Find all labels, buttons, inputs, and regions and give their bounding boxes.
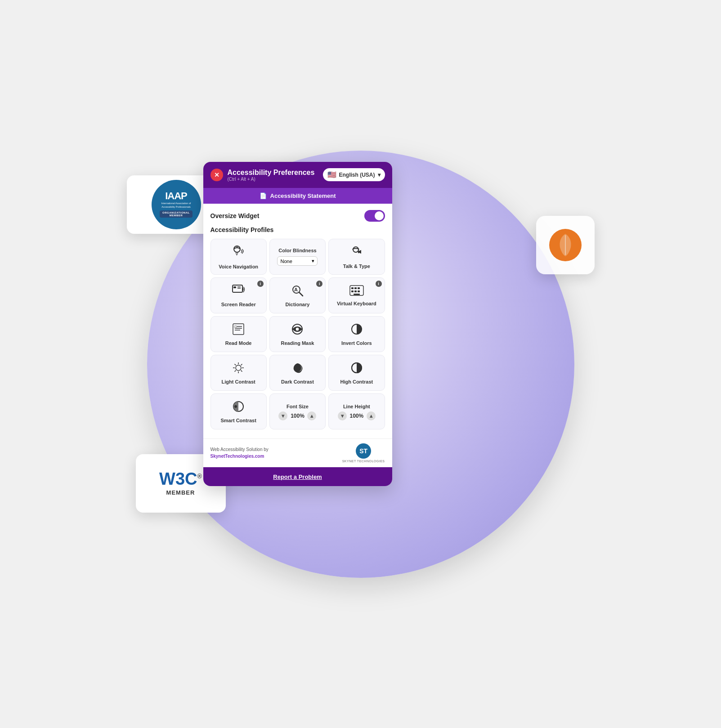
light-contrast-cell[interactable]: Light Contrast <box>210 355 267 391</box>
features-row-2: i Screen Reader i <box>210 277 385 313</box>
svg-line-34 <box>235 364 236 365</box>
line-height-cell[interactable]: Line Height ▾ 100% ▴ <box>328 393 385 429</box>
color-blindness-cell[interactable]: Color Blindness None ▾ <box>269 239 326 275</box>
voice-navigation-cell[interactable]: 🎙 Voice Navigation <box>210 239 267 275</box>
flag-icon: 🇺🇸 <box>327 170 336 179</box>
virtual-keyboard-info[interactable]: i <box>376 281 382 287</box>
font-size-label: Font Size <box>287 403 309 410</box>
svg-line-36 <box>241 364 242 365</box>
panel-title: Accessibility Preferences <box>228 168 315 177</box>
svg-rect-25 <box>234 326 237 328</box>
oversize-widget-row: Oversize Widget <box>210 210 385 222</box>
svg-rect-20 <box>354 294 360 295</box>
svg-rect-7 <box>233 286 236 288</box>
color-blindness-label: Color Blindness <box>278 247 316 254</box>
talk-type-label: Talk & Type <box>343 263 370 269</box>
reading-mask-cell[interactable]: Reading Mask <box>269 316 326 352</box>
svg-point-29 <box>236 365 241 371</box>
line-height-value: 100% <box>349 413 365 419</box>
svg-rect-18 <box>354 290 357 292</box>
lang-label: English (USA) <box>339 172 375 178</box>
svg-text:🎙: 🎙 <box>235 251 239 256</box>
svg-rect-14 <box>351 287 354 289</box>
dictionary-label: Dictionary <box>286 301 310 308</box>
report-problem-label: Report a Problem <box>273 473 322 480</box>
profiles-top-row: 🎙 Voice Navigation Color Blindness None … <box>210 239 385 275</box>
panel-header: ✕ Accessibility Preferences (Ctrl + Alt … <box>203 162 392 188</box>
screen-reader-info[interactable]: i <box>257 281 264 287</box>
high-contrast-icon <box>350 362 363 376</box>
high-contrast-cell[interactable]: High Contrast <box>328 355 385 391</box>
statement-icon: 📄 <box>260 192 267 199</box>
reading-mask-icon <box>291 323 304 337</box>
st-logo: ST <box>356 443 371 459</box>
smart-contrast-cell[interactable]: Smart Contrast <box>210 393 267 429</box>
screen-reader-icon <box>232 284 245 299</box>
talk-type-cell[interactable]: Talk & Type <box>328 239 385 275</box>
oversize-widget-toggle[interactable] <box>364 210 385 222</box>
invert-colors-icon <box>350 323 363 337</box>
high-contrast-label: High Contrast <box>340 379 373 385</box>
screen-reader-cell[interactable]: i Screen Reader <box>210 277 267 313</box>
footer-link[interactable]: SkynetTechnologies.com <box>210 454 264 459</box>
accessibility-statement-bar[interactable]: 📄 Accessibility Statement <box>203 188 392 204</box>
panel-footer: Web Accessibility Solution by SkynetTech… <box>203 438 392 467</box>
line-height-label: Line Height <box>343 403 370 410</box>
read-mode-label: Read Mode <box>225 340 252 346</box>
read-mode-icon <box>232 323 245 337</box>
line-height-stepper: ▾ 100% ▴ <box>338 411 376 420</box>
color-blindness-value: None <box>280 259 292 264</box>
invert-colors-cell[interactable]: Invert Colors <box>328 316 385 352</box>
line-height-down-button[interactable]: ▾ <box>338 411 347 420</box>
light-contrast-icon <box>232 362 245 376</box>
read-mode-cell[interactable]: Read Mode <box>210 316 267 352</box>
panel-header-left: ✕ Accessibility Preferences (Ctrl + Alt … <box>210 168 315 182</box>
w3c-logo: W3C® <box>159 470 202 487</box>
dictionary-info[interactable]: i <box>316 281 322 287</box>
profiles-label: Accessibility Profiles <box>210 226 385 233</box>
scene: IAAP International Association of Access… <box>113 117 608 612</box>
svg-text:A: A <box>294 287 298 292</box>
svg-point-4 <box>353 247 358 252</box>
report-problem-bar[interactable]: Report a Problem <box>203 467 392 486</box>
font-size-up-button[interactable]: ▴ <box>307 411 316 420</box>
font-size-down-button[interactable]: ▾ <box>278 411 287 420</box>
close-button[interactable]: ✕ <box>210 169 223 181</box>
svg-line-11 <box>299 292 303 296</box>
svg-rect-15 <box>354 287 357 289</box>
toggle-knob <box>375 211 384 220</box>
iaap-title: IAAP <box>165 191 187 201</box>
footer-logo-block: ST SKYNET TECHNOLOGIES <box>342 443 385 463</box>
voice-navigation-label: Voice Navigation <box>219 264 258 270</box>
talk-type-icon <box>350 245 363 260</box>
light-contrast-label: Light Contrast <box>222 379 255 385</box>
dark-contrast-label: Dark Contrast <box>281 379 314 385</box>
virtual-keyboard-cell[interactable]: i Virtual Keyboard <box>328 277 385 313</box>
svg-rect-19 <box>358 290 360 292</box>
footer-credit: Web Accessibility Solution by SkynetTech… <box>210 446 269 460</box>
features-row-4: Light Contrast Dark Contrast <box>210 355 385 391</box>
svg-point-27 <box>296 327 299 331</box>
iaap-subtitle: International Association of Accessibili… <box>155 202 197 208</box>
svg-rect-6 <box>233 285 242 292</box>
dictionary-cell[interactable]: i A Dictionary <box>269 277 326 313</box>
svg-point-41 <box>234 405 237 408</box>
color-blindness-select[interactable]: None ▾ <box>277 256 318 266</box>
features-row-3: Read Mode Reading Mask <box>210 316 385 352</box>
st-logo-sub: SKYNET TECHNOLOGIES <box>342 460 385 463</box>
iaap-badge: IAAP International Association of Access… <box>152 180 201 229</box>
line-height-up-button[interactable]: ▴ <box>367 411 376 420</box>
features-row-5: Smart Contrast Font Size ▾ 100% ▴ Line H… <box>210 393 385 429</box>
language-selector[interactable]: 🇺🇸 English (USA) ▾ <box>323 168 385 181</box>
panel-shortcut: (Ctrl + Alt + A) <box>228 177 315 182</box>
leaf-card <box>536 216 595 274</box>
footer-text-line1: Web Accessibility Solution by <box>210 446 269 453</box>
svg-line-37 <box>235 370 236 371</box>
color-blindness-chevron: ▾ <box>312 258 314 264</box>
dark-contrast-icon <box>291 362 304 376</box>
smart-contrast-label: Smart Contrast <box>220 417 256 424</box>
dark-contrast-cell[interactable]: Dark Contrast <box>269 355 326 391</box>
screen-reader-label: Screen Reader <box>221 301 256 308</box>
panel-body: Oversize Widget Accessibility Profiles <box>203 204 392 438</box>
font-size-cell[interactable]: Font Size ▾ 100% ▴ <box>269 393 326 429</box>
